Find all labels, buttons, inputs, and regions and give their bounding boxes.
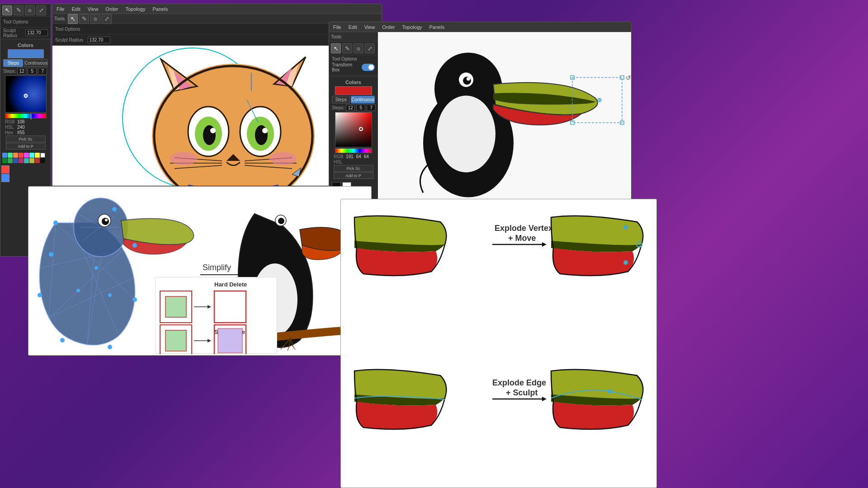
palette-swatch[interactable] (13, 153, 18, 158)
tool-extra-a[interactable]: ⤢ (102, 14, 112, 24)
continuous-tab-left[interactable]: Continuous (24, 59, 48, 67)
menu-order-b[interactable]: Order (381, 24, 396, 30)
svg-point-48 (102, 218, 109, 225)
color-gradient-dot-left (24, 94, 28, 98)
palette-swatch[interactable] (2, 158, 7, 163)
steps-num-row-right: Steps: (332, 104, 375, 111)
svg-point-58 (94, 266, 98, 270)
rgb-label-left: RGB (5, 119, 16, 124)
svg-point-51 (132, 243, 137, 248)
svg-point-49 (105, 219, 108, 221)
color-picker-right[interactable] (335, 112, 372, 147)
palette-swatch[interactable] (40, 158, 45, 163)
svg-point-50 (53, 221, 58, 225)
steps-val2-left[interactable] (28, 68, 37, 75)
hue-bar-right[interactable] (335, 148, 372, 153)
palette-swatch[interactable] (8, 153, 13, 158)
hsl-row-right: HSL (334, 160, 373, 164)
tool-pen-b[interactable]: ✎ (342, 43, 352, 53)
tool-pen-a[interactable]: ✎ (79, 14, 89, 24)
steps-r3[interactable] (367, 104, 376, 111)
palette-swatch[interactable] (29, 158, 34, 163)
palette-swatch[interactable] (8, 158, 13, 163)
svg-point-52 (132, 297, 137, 302)
palette-swatch[interactable] (24, 153, 29, 158)
tool-pen[interactable]: ✎ (14, 5, 24, 15)
steps-r2[interactable] (356, 104, 365, 111)
svg-text:+ Sculpt: + Sculpt (506, 388, 538, 397)
sidebar-tools: ↖ ✎ ⌾ ⤢ (0, 4, 51, 17)
sculpt-radius-input[interactable] (25, 29, 48, 36)
add-palette-btn[interactable]: Add to P (6, 143, 46, 150)
tool-select-a[interactable]: ↖ (68, 14, 78, 24)
steps-val3-left[interactable] (38, 68, 47, 75)
steps-tab-left[interactable]: Steps (3, 59, 23, 67)
steps-val1-left[interactable] (17, 68, 26, 75)
palette-swatch[interactable] (29, 153, 34, 158)
rgb-val-left: 106 (17, 119, 25, 124)
steps-tab-right[interactable]: Steps (332, 96, 350, 103)
tool-extra[interactable]: ⤢ (36, 5, 46, 15)
tool-select-b[interactable]: ↖ (331, 43, 341, 53)
tool-options-label-b: Tool Options (332, 56, 375, 61)
rgb-r-right: 191 (346, 154, 354, 159)
menu-edit-b[interactable]: Edit (347, 24, 359, 30)
palette-swatch[interactable] (35, 158, 40, 163)
tool-sculpt-b[interactable]: ⌾ (354, 43, 363, 53)
hex-val-left: #55 (17, 130, 25, 135)
svg-point-53 (108, 345, 112, 349)
menu-panels-a[interactable]: Panels (151, 6, 170, 12)
menu-view-a[interactable]: View (86, 6, 100, 12)
tool-extra-b[interactable]: ⤢ (365, 43, 375, 53)
menu-edit-a[interactable]: Edit (71, 6, 82, 12)
color-gradient-left[interactable] (5, 75, 47, 113)
palette-swatch[interactable] (24, 158, 29, 163)
hsl-val-left: 240 (17, 125, 25, 130)
strip-color-red[interactable] (1, 165, 9, 174)
sculpt-radius-row: Sculpt Radius (0, 28, 51, 38)
explode-illustrations: Explode Vertex + Move Explode Edge (341, 199, 657, 488)
palette-swatch[interactable] (35, 153, 40, 158)
color-picker-dot-right (359, 127, 363, 131)
menu-order-a[interactable]: Order (104, 6, 119, 12)
menu-panels-b[interactable]: Panels (428, 24, 446, 30)
menu-view-b[interactable]: View (363, 24, 377, 30)
transform-box-label: Transform Box (332, 62, 359, 72)
steps-r1[interactable] (346, 104, 355, 111)
pick-script-right[interactable]: Pick Sc (334, 165, 373, 172)
colors-section-right: Colors Steps Continuous Steps: (329, 78, 377, 181)
explode-diagram-window: Explode Vertex + Move Explode Edge (340, 199, 657, 488)
tool-select[interactable]: ↖ (2, 5, 12, 15)
svg-text:Explode Vertex: Explode Vertex (495, 224, 553, 233)
tool-sculpt-a[interactable]: ⌾ (90, 14, 100, 24)
add-palette-right[interactable]: Add to P (334, 172, 373, 179)
palette-swatch[interactable] (2, 153, 7, 158)
svg-text:↺: ↺ (626, 74, 631, 81)
svg-point-98 (608, 389, 612, 394)
continuous-tab-right[interactable]: Continuous (351, 96, 375, 103)
menu-file-a[interactable]: File (55, 6, 66, 12)
hue-strip-left[interactable] (5, 113, 47, 118)
svg-point-57 (112, 207, 117, 211)
hex-row-left: Hex #55 (5, 130, 46, 135)
rgb-label-right: RGB (334, 154, 344, 159)
sculpt-input-a[interactable] (88, 37, 110, 43)
svg-marker-77 (208, 305, 211, 309)
menu-topology-b[interactable]: Topology (401, 24, 423, 30)
color-swatch-red-right[interactable] (335, 86, 372, 95)
svg-point-54 (60, 338, 65, 343)
palette-swatch[interactable] (13, 158, 18, 163)
color-swatch-main-left[interactable] (8, 49, 44, 58)
menu-topology-a[interactable]: Topology (124, 6, 146, 12)
strip-color-blue[interactable] (1, 174, 9, 182)
transform-box-toggle[interactable] (362, 64, 375, 71)
sidebar-colors-section: Colors Steps Continuous Steps: RGB 106 H… (0, 41, 51, 152)
palette-swatch[interactable] (19, 158, 24, 163)
tool-sculpt[interactable]: ⌾ (25, 5, 35, 15)
svg-point-93 (623, 260, 628, 265)
palette-swatch[interactable] (19, 153, 24, 158)
menu-file-b[interactable]: File (332, 24, 343, 30)
palette-swatch[interactable] (40, 153, 45, 158)
svg-text:Simplify: Simplify (203, 263, 231, 272)
pick-script-btn[interactable]: Pick Sc (6, 136, 46, 142)
